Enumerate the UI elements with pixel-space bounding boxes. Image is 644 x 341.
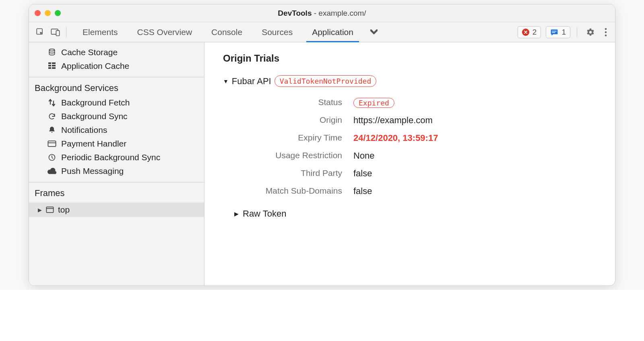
toolbar-right: 2 1 bbox=[518, 26, 609, 38]
errors-count: 2 bbox=[533, 28, 537, 37]
sidebar-item-periodic-background-sync[interactable]: Periodic Background Sync bbox=[29, 151, 204, 164]
trial-details: Status Expired Origin https://example.co… bbox=[233, 97, 539, 196]
sidebar-item-label: Application Cache bbox=[61, 61, 129, 71]
sidebar-item-background-sync[interactable]: Background Sync bbox=[29, 110, 204, 123]
sidebar-item-payment-handler[interactable]: Payment Handler bbox=[29, 137, 204, 151]
svg-rect-13 bbox=[48, 67, 51, 69]
svg-rect-18 bbox=[46, 207, 53, 213]
window-zoom-button[interactable] bbox=[55, 10, 61, 16]
settings-icon[interactable] bbox=[584, 28, 597, 37]
transfer-icon bbox=[47, 99, 56, 107]
tab-css-overview[interactable]: CSS Overview bbox=[128, 22, 202, 42]
messages-count: 1 bbox=[561, 28, 566, 37]
caret-right-icon: ▶ bbox=[234, 211, 239, 217]
sidebar-item-label: Background Fetch bbox=[61, 98, 130, 107]
svg-rect-4 bbox=[552, 32, 555, 33]
svg-rect-12 bbox=[52, 65, 56, 66]
value-third-party: false bbox=[353, 168, 539, 179]
sidebar-item-background-fetch[interactable]: Background Fetch bbox=[29, 96, 204, 110]
messages-badge[interactable]: 1 bbox=[546, 26, 570, 38]
svg-point-8 bbox=[49, 49, 54, 51]
error-icon bbox=[522, 29, 529, 36]
sidebar-item-label: Payment Handler bbox=[61, 139, 126, 149]
body: Cache Storage Application Cache Backgrou… bbox=[29, 42, 615, 285]
raw-token-label: Raw Token bbox=[243, 209, 286, 219]
origin-trials-heading: Origin Trials bbox=[223, 53, 599, 64]
sidebar: Cache Storage Application Cache Backgrou… bbox=[29, 42, 204, 285]
window-minimize-button[interactable] bbox=[45, 10, 51, 16]
raw-token-row[interactable]: ▶ Raw Token bbox=[234, 209, 599, 219]
sidebar-item-label: Notifications bbox=[61, 125, 107, 135]
more-menu-icon[interactable] bbox=[602, 28, 609, 37]
value-status: Expired bbox=[353, 97, 539, 108]
label-third-party: Third Party bbox=[233, 168, 353, 179]
message-icon bbox=[550, 28, 558, 36]
sidebar-divider bbox=[29, 77, 204, 77]
database-icon bbox=[47, 48, 56, 56]
value-expiry: 24/12/2020, 13:59:17 bbox=[353, 133, 539, 143]
device-toolbar-icon[interactable] bbox=[50, 27, 61, 38]
tab-console[interactable]: Console bbox=[202, 22, 252, 42]
svg-point-7 bbox=[605, 34, 607, 36]
sidebar-item-label: Push Messaging bbox=[61, 166, 124, 176]
svg-rect-15 bbox=[48, 141, 56, 147]
panel-tabs: Elements CSS Overview Console Sources Ap… bbox=[73, 22, 363, 42]
more-tabs-button[interactable] bbox=[363, 29, 385, 35]
window-title: DevTools - example.com/ bbox=[278, 9, 366, 18]
title-page: example.com/ bbox=[318, 9, 366, 17]
label-expiry: Expiry Time bbox=[233, 133, 353, 143]
sidebar-heading-frames: Frames bbox=[29, 186, 204, 201]
sidebar-item-cache-storage[interactable]: Cache Storage bbox=[29, 45, 204, 59]
cloud-icon bbox=[47, 168, 56, 174]
frames-item-top[interactable]: ▶ top bbox=[29, 203, 204, 217]
title-app: DevTools bbox=[278, 9, 312, 17]
traffic-lights bbox=[35, 10, 61, 16]
tab-application[interactable]: Application bbox=[302, 22, 363, 42]
svg-rect-14 bbox=[52, 67, 56, 69]
devtools-window: DevTools - example.com/ Elements CSS Ove… bbox=[29, 4, 615, 286]
sidebar-item-application-cache[interactable]: Application Cache bbox=[29, 59, 204, 73]
toolbar: Elements CSS Overview Console Sources Ap… bbox=[29, 22, 615, 42]
expand-icon: ▶ bbox=[38, 207, 42, 213]
bell-icon bbox=[47, 126, 56, 134]
sidebar-item-push-messaging[interactable]: Push Messaging bbox=[29, 164, 204, 178]
sidebar-divider bbox=[29, 182, 204, 182]
label-origin: Origin bbox=[233, 115, 353, 126]
svg-rect-9 bbox=[48, 62, 51, 64]
credit-card-icon bbox=[47, 140, 56, 147]
trial-row[interactable]: ▼ Fubar API ValidTokenNotProvided bbox=[223, 75, 599, 87]
toolbar-separator bbox=[577, 27, 577, 37]
inspect-element-icon[interactable] bbox=[35, 27, 46, 38]
sidebar-item-label: Background Sync bbox=[61, 112, 128, 121]
errors-badge[interactable]: 2 bbox=[518, 26, 541, 38]
svg-rect-3 bbox=[552, 31, 557, 31]
frame-icon bbox=[46, 206, 54, 213]
label-match-subdomains: Match Sub-Domains bbox=[233, 186, 353, 196]
trial-name: Fubar API bbox=[232, 76, 271, 87]
tab-elements[interactable]: Elements bbox=[73, 22, 128, 42]
sidebar-item-label: Periodic Background Sync bbox=[61, 153, 160, 162]
tab-sources[interactable]: Sources bbox=[252, 22, 302, 42]
sync-icon bbox=[47, 112, 56, 120]
value-usage-restriction: None bbox=[353, 151, 539, 161]
toolbar-separator bbox=[66, 27, 66, 37]
title-sep: - bbox=[312, 9, 318, 17]
sidebar-item-notifications[interactable]: Notifications bbox=[29, 123, 204, 137]
svg-point-6 bbox=[605, 31, 607, 33]
label-usage-restriction: Usage Restriction bbox=[233, 151, 353, 161]
clock-icon bbox=[47, 153, 56, 161]
window-close-button[interactable] bbox=[35, 10, 41, 16]
titlebar: DevTools - example.com/ bbox=[29, 4, 615, 22]
value-match-subdomains: false bbox=[353, 186, 539, 196]
svg-rect-2 bbox=[56, 30, 59, 35]
grid-icon bbox=[47, 62, 56, 70]
svg-rect-11 bbox=[48, 65, 51, 66]
caret-down-icon: ▼ bbox=[223, 78, 229, 85]
sidebar-item-label: Cache Storage bbox=[61, 48, 118, 57]
label-status: Status bbox=[233, 97, 353, 108]
svg-point-5 bbox=[605, 28, 607, 30]
value-origin: https://example.com bbox=[353, 115, 539, 126]
status-pill: Expired bbox=[353, 98, 394, 108]
content-pane: Origin Trials ▼ Fubar API ValidTokenNotP… bbox=[204, 42, 615, 285]
trial-status-badge: ValidTokenNotProvided bbox=[275, 75, 377, 87]
